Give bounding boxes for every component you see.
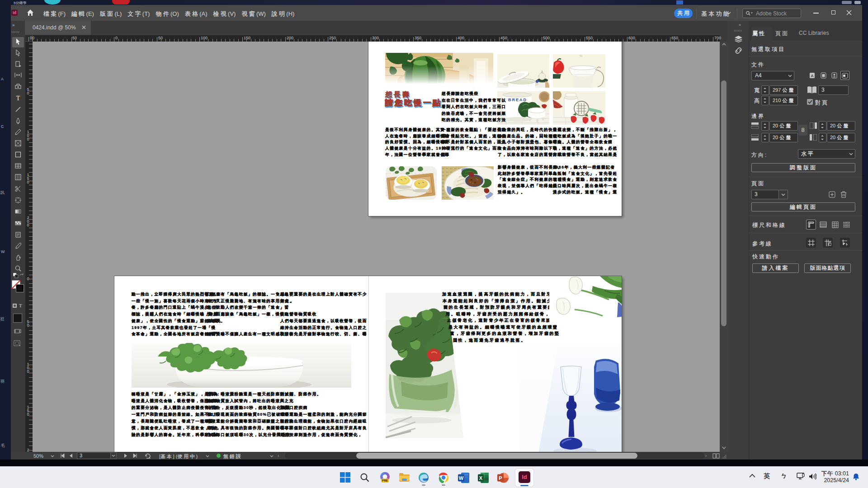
svg-text:PRE: PRE bbox=[382, 479, 388, 482]
svg-text:BREAD: BREAD bbox=[508, 98, 527, 102]
svg-text:W: W bbox=[459, 475, 464, 481]
svg-text:P: P bbox=[499, 475, 502, 481]
svg-text:A: A bbox=[811, 74, 814, 78]
svg-text:X: X bbox=[479, 475, 483, 481]
svg-text:T: T bbox=[16, 95, 20, 102]
